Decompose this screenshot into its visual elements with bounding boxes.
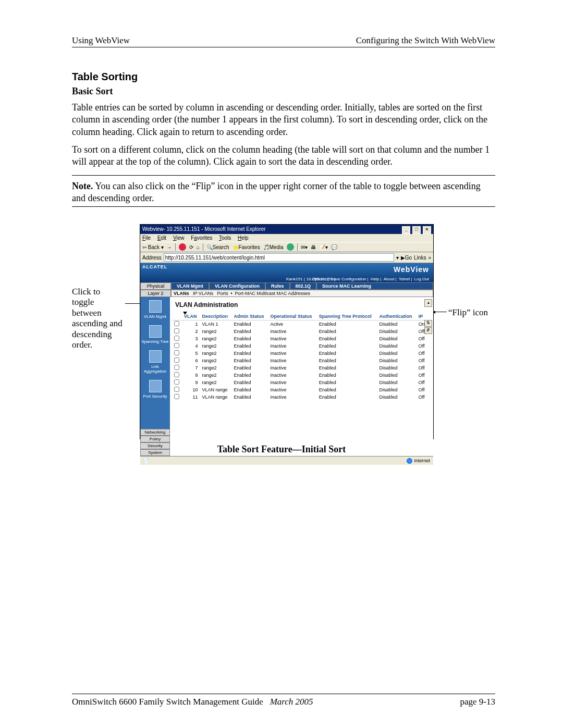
- address-dropdown-icon[interactable]: ▾: [396, 255, 399, 261]
- callout-flip-icon: “Flip” icon: [448, 307, 488, 318]
- crumb-vlan-mgmt[interactable]: VLAN Mgmt: [171, 282, 209, 290]
- figure-caption: Table Sort Feature—Initial Sort: [0, 444, 563, 455]
- back-button[interactable]: ⇦ Back ▾: [142, 244, 164, 250]
- table-row[interactable]: 5range2EnabledInactiveEnabledDisabledOff: [172, 350, 427, 357]
- subnav-port-mac[interactable]: Port-MAC Multicast MAC Addresses: [235, 291, 311, 296]
- subnav-vlans[interactable]: VLANs: [174, 291, 189, 296]
- print-icon[interactable]: 🖶: [311, 244, 316, 250]
- menu-bar[interactable]: File Edit View Favorites Tools Help: [140, 234, 433, 242]
- home-icon[interactable]: ⌂: [197, 244, 200, 250]
- layer2-label[interactable]: Layer 2: [140, 290, 171, 297]
- row-checkbox[interactable]: [174, 336, 179, 341]
- sidebar-item-port-security[interactable]: Port Security: [140, 377, 170, 402]
- row-checkbox[interactable]: [174, 350, 179, 355]
- col-checkbox[interactable]: [172, 313, 182, 320]
- opt-help[interactable]: Help: [371, 277, 379, 281]
- crumb-rules[interactable]: Rules: [265, 282, 290, 290]
- row-checkbox[interactable]: [174, 372, 179, 377]
- sidebar-policy[interactable]: Policy: [140, 436, 170, 442]
- mail-icon[interactable]: ✉▾: [301, 244, 308, 250]
- subnav-row: Layer 2 VLANs IP VLANs Ports • Port-MAC …: [140, 290, 433, 297]
- links-chevron-icon[interactable]: »: [428, 255, 431, 261]
- table-row[interactable]: 11VLAN rangeEnabledInactiveEnabledDisabl…: [172, 393, 427, 401]
- table-row[interactable]: 1VLAN 1EnabledActiveEnabledDisabledOn: [172, 320, 427, 328]
- sidebar-item-spanning-tree[interactable]: Spanning Tree: [140, 322, 170, 347]
- col-description[interactable]: Description: [200, 313, 232, 320]
- crumb-source-mac[interactable]: Source MAC Learning: [316, 282, 433, 290]
- menu-tools[interactable]: Tools: [219, 235, 231, 241]
- menu-view[interactable]: View: [173, 235, 185, 241]
- row-checkbox[interactable]: [174, 328, 179, 334]
- menu-file[interactable]: File: [142, 235, 151, 241]
- crumb-vlan-configuration[interactable]: VLAN Configuration: [209, 282, 265, 290]
- links-label[interactable]: Links: [414, 255, 426, 261]
- scroll-up-icon[interactable]: ▴: [424, 299, 432, 307]
- subnav-ip-vlans[interactable]: IP VLANs: [193, 291, 213, 296]
- section-title: Table Sorting: [72, 71, 138, 83]
- flip-icon[interactable]: ⇅: [424, 320, 432, 327]
- footer-date: March 2005: [270, 697, 313, 707]
- col-admin-status[interactable]: Admin Status: [232, 313, 268, 320]
- table-row[interactable]: 6range2EnabledInactiveEnabledDisabledOff: [172, 357, 427, 364]
- sidebar-item-vlan-mgmt[interactable]: VLAN Mgmt: [140, 297, 170, 322]
- browser-toolbar: ⇦ Back ▾ → ⟳ ⌂ 🔍Search ⭐Favorites 🎵Media…: [140, 242, 433, 252]
- webview-banner: ALCATEL Kank151 ( 10.255.11.151 ) WebVie…: [140, 263, 433, 282]
- col-vlan[interactable]: VLAN: [182, 313, 200, 320]
- refresh-icon[interactable]: ⟳: [189, 244, 193, 250]
- menu-help[interactable]: Help: [238, 235, 249, 241]
- row-checkbox[interactable]: [174, 394, 179, 399]
- window-controls[interactable]: _ □ ×: [401, 225, 431, 234]
- row-checkbox[interactable]: [174, 343, 179, 348]
- menu-favorites[interactable]: Favorites: [191, 235, 212, 241]
- opt-telnet[interactable]: Telnet: [399, 277, 410, 281]
- flip-icon-alt[interactable]: ⇵: [424, 327, 432, 334]
- col-authentication[interactable]: Authentication: [377, 313, 416, 320]
- table-row[interactable]: 9range2EnabledInactiveEnabledDisabledOff: [172, 379, 427, 386]
- col-ip[interactable]: IP: [417, 313, 427, 320]
- table-row[interactable]: 4range2EnabledInactiveEnabledDisabledOff: [172, 342, 427, 350]
- link-aggregation-icon: [149, 350, 162, 363]
- crumb-physical[interactable]: Physical: [140, 282, 171, 290]
- address-input[interactable]: [164, 253, 394, 262]
- forward-button[interactable]: →: [167, 244, 172, 250]
- media-button[interactable]: 🎵Media: [263, 244, 284, 250]
- opt-save-config[interactable]: Save Configuration: [331, 277, 366, 281]
- crumb-8021q[interactable]: 802.1Q: [290, 282, 317, 290]
- stop-icon[interactable]: [179, 243, 186, 251]
- status-page-icon: 📄: [143, 458, 149, 463]
- table-row[interactable]: 8range2EnabledInactiveEnabledDisabledOff: [172, 372, 427, 379]
- table-row[interactable]: 3range2EnabledInactiveEnabledDisabledOff: [172, 335, 427, 342]
- close-icon[interactable]: ×: [423, 226, 431, 234]
- edit-icon[interactable]: 📝▾: [319, 244, 328, 250]
- search-button[interactable]: 🔍Search: [206, 244, 229, 250]
- history-icon[interactable]: [287, 243, 294, 251]
- table-row[interactable]: 7range2EnabledInactiveEnabledDisabledOff: [172, 364, 427, 372]
- go-button[interactable]: ▶Go: [401, 255, 412, 261]
- row-checkbox[interactable]: [174, 365, 179, 370]
- favorites-button[interactable]: ⭐Favorites: [232, 244, 260, 250]
- status-internet: Internet: [407, 458, 430, 464]
- col-operational-status[interactable]: Operational Status: [268, 313, 317, 320]
- row-checkbox[interactable]: [174, 321, 179, 326]
- footer-page: page 9-13: [460, 697, 495, 707]
- table-row[interactable]: 10VLAN rangeEnabledInactiveEnabledDisabl…: [172, 386, 427, 393]
- sidebar-item-link-aggregation[interactable]: Link Aggregation: [140, 347, 170, 377]
- sidebar-networking[interactable]: Networking: [140, 429, 170, 436]
- sidebar: VLAN Mgmt Spanning Tree Link Aggregation…: [140, 297, 170, 456]
- opt-logout[interactable]: Log Out: [414, 277, 429, 281]
- opt-options[interactable]: Options: [312, 277, 327, 281]
- browser-window: Webview- 10.255.11.151 - Microsoft Inter…: [140, 224, 434, 439]
- row-checkbox[interactable]: [174, 379, 179, 385]
- spanning-tree-icon: [149, 325, 162, 338]
- maximize-icon[interactable]: □: [412, 226, 421, 234]
- row-checkbox[interactable]: [174, 357, 179, 363]
- table-row[interactable]: 2range2EnabledInactiveEnabledDisabledOff: [172, 328, 427, 335]
- row-checkbox[interactable]: [174, 387, 179, 392]
- minimize-icon[interactable]: _: [402, 226, 410, 234]
- opt-about[interactable]: About: [384, 277, 395, 281]
- subnav-ports[interactable]: Ports: [217, 291, 228, 296]
- banner-options: Options| Save Configuration| Help| About…: [311, 277, 430, 281]
- menu-edit[interactable]: Edit: [157, 235, 166, 241]
- col-spanning-tree[interactable]: Spanning Tree Protocol: [317, 313, 377, 320]
- discuss-icon[interactable]: 💬: [331, 244, 337, 250]
